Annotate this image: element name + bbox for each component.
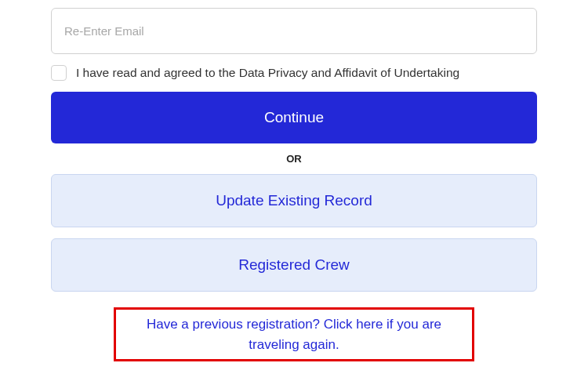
privacy-checkbox[interactable] bbox=[51, 65, 67, 81]
registered-crew-button[interactable]: Registered Crew bbox=[51, 238, 537, 292]
continue-button[interactable]: Continue bbox=[51, 92, 537, 143]
update-existing-record-button[interactable]: Update Existing Record bbox=[51, 174, 537, 227]
privacy-label: I have read and agreed to the Data Priva… bbox=[76, 66, 459, 80]
previous-registration-link[interactable]: Have a previous registration? Click here… bbox=[147, 317, 441, 352]
reenter-email-input[interactable] bbox=[51, 8, 537, 54]
previous-registration-highlight: Have a previous registration? Click here… bbox=[114, 307, 474, 361]
or-divider: OR bbox=[51, 153, 537, 165]
privacy-checkbox-row: I have read and agreed to the Data Priva… bbox=[51, 65, 537, 81]
